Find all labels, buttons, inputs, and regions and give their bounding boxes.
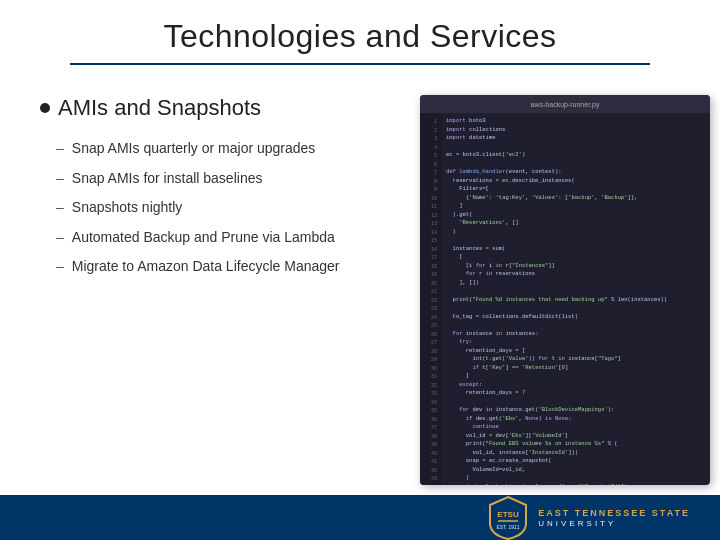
etsu-logo: ETSU EST. 1911 EAST TENNESSEE STATE UNIV…	[488, 495, 690, 540]
svg-text:ETSU: ETSU	[498, 510, 520, 519]
code-window: aws-backup-runner.py 12345 678910 111213…	[420, 95, 710, 485]
section-title: AMIs and Snapshots	[58, 95, 261, 121]
list-item: – Snap AMIs for install baselines	[56, 169, 400, 189]
dash-icon: –	[56, 228, 64, 248]
university-sub: UNIVERSITY	[538, 519, 616, 528]
etsu-shield-icon: ETSU EST. 1911	[488, 495, 528, 540]
list-item: – Snap AMIs quarterly or major upgrades	[56, 139, 400, 159]
list-item: – Automated Backup and Prune via Lambda	[56, 228, 400, 248]
list-item-text: Snapshots nightly	[72, 198, 183, 218]
dash-icon: –	[56, 139, 64, 159]
section-heading: AMIs and Snapshots	[40, 95, 400, 121]
list-item: – Snapshots nightly	[56, 198, 400, 218]
line-numbers: 12345 678910 1112131415 1617181920 21222…	[420, 113, 442, 485]
list-item-text: Automated Backup and Prune via Lambda	[72, 228, 335, 248]
dash-icon: –	[56, 257, 64, 277]
left-content: AMIs and Snapshots – Snap AMIs quarterly…	[40, 95, 400, 485]
right-content: aws-backup-runner.py 12345 678910 111213…	[420, 95, 710, 485]
code-filename: aws-backup-runner.py	[426, 101, 704, 108]
page-title: Technologies and Services	[40, 18, 680, 55]
bullet-icon	[40, 103, 50, 113]
university-name: EAST TENNESSEE STATE	[538, 508, 690, 520]
code-titlebar: aws-backup-runner.py	[420, 95, 710, 113]
page: Technologies and Services AMIs and Snaps…	[0, 0, 720, 540]
bullet-list: – Snap AMIs quarterly or major upgrades …	[40, 139, 400, 277]
code-body: 12345 678910 1112131415 1617181920 21222…	[420, 113, 710, 485]
dash-icon: –	[56, 169, 64, 189]
footer-bar: ETSU EST. 1911 EAST TENNESSEE STATE UNIV…	[0, 495, 720, 540]
svg-text:EST. 1911: EST. 1911	[497, 524, 520, 530]
dash-icon: –	[56, 198, 64, 218]
title-divider	[70, 63, 650, 65]
list-item: – Migrate to Amazon Data Lifecycle Manag…	[56, 257, 400, 277]
list-item-text: Snap AMIs quarterly or major upgrades	[72, 139, 316, 159]
etsu-text: EAST TENNESSEE STATE UNIVERSITY	[538, 508, 690, 529]
list-item-text: Migrate to Amazon Data Lifecycle Manager	[72, 257, 340, 277]
content-area: AMIs and Snapshots – Snap AMIs quarterly…	[0, 75, 720, 495]
code-text: import boto3 import collections import d…	[442, 113, 710, 485]
title-section: Technologies and Services	[0, 0, 720, 75]
list-item-text: Snap AMIs for install baselines	[72, 169, 263, 189]
